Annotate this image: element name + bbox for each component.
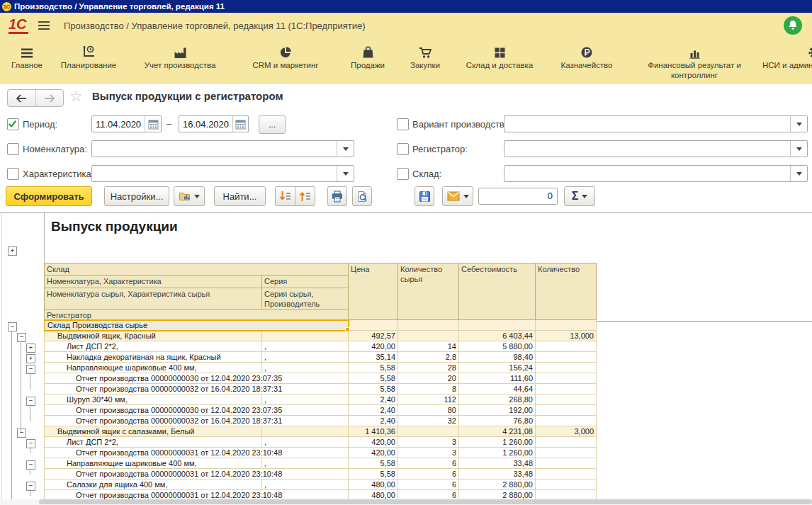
row-3-name-cell[interactable]: Лист ДСП 2*2, [44, 341, 262, 352]
filter-field-characteristic-dropdown-button[interactable] [337, 166, 354, 181]
row-16-qty-cell[interactable] [536, 480, 597, 490]
row-9-cost-cell[interactable]: 192,00 [459, 405, 536, 416]
filter-field-nomenclature[interactable] [91, 140, 354, 157]
row-10-qty-cell[interactable] [536, 416, 597, 426]
row-8-name-cell[interactable]: Шуруп 30*40 мм, [44, 395, 262, 405]
back-button[interactable] [8, 90, 35, 106]
settings-button[interactable]: Настройки... [104, 186, 169, 206]
row-11-price-cell[interactable]: 1 410,36 [349, 426, 398, 437]
row-10-raw_qty-cell[interactable]: 32 [398, 416, 459, 426]
row-4-cost-cell[interactable]: 98,40 [459, 352, 536, 363]
row-8-raw_qty-cell[interactable]: 112 [398, 395, 459, 405]
row-2-expander[interactable]: − [17, 333, 26, 342]
row-8-qty-cell[interactable] [536, 395, 597, 405]
ribbon-item-8[interactable]: Казначейство [546, 39, 628, 83]
row-1-price-cell[interactable] [349, 320, 398, 331]
filter-checkbox-characteristic[interactable] [7, 168, 19, 180]
row-3-cost-cell[interactable]: 5 880,00 [459, 341, 536, 352]
row-14-name-cell[interactable]: Направляющие шариковые 400 мм, [44, 458, 262, 469]
filter-field-registrar[interactable] [504, 140, 808, 157]
ribbon-item-5[interactable]: Продажи [339, 39, 397, 83]
row-3-price-cell[interactable]: 420,00 [349, 341, 398, 352]
row-5-expander[interactable]: − [26, 365, 35, 374]
forward-button[interactable] [35, 90, 64, 106]
row-7-raw_qty-cell[interactable]: 8 [398, 384, 459, 395]
row-17-name-cell[interactable]: Отчет производства 00000000031 от 12.04.… [44, 490, 349, 499]
row-6-name-cell[interactable]: Отчет производства 00000000030 от 12.04.… [44, 373, 349, 384]
mail-button[interactable] [442, 186, 473, 206]
row-13-qty-cell[interactable] [536, 448, 597, 458]
row-8-price-cell[interactable]: 2,40 [349, 395, 398, 405]
ribbon-item-7[interactable]: Склад и доставка [453, 39, 546, 83]
ribbon-item-10[interactable]: НСИ и администрирование [761, 39, 812, 83]
row-2-raw_qty-cell[interactable] [398, 331, 459, 341]
row-8-cost-cell[interactable]: 268,80 [459, 395, 536, 405]
filter-checkbox-production-variant[interactable] [397, 118, 409, 130]
row-1-cost-cell[interactable] [459, 320, 536, 331]
row-16-expander[interactable]: − [26, 482, 35, 491]
period-to-field[interactable]: 16.04.2020 [179, 115, 249, 132]
row-17-raw_qty-cell[interactable]: 6 [398, 490, 459, 499]
row-3-raw_qty-cell[interactable]: 14 [398, 341, 459, 352]
row-5-series-cell[interactable]: , [262, 363, 349, 373]
row-15-qty-cell[interactable] [536, 469, 597, 480]
row-7-price-cell[interactable]: 5,58 [349, 384, 398, 395]
row-3-series-cell[interactable]: , [262, 341, 349, 352]
row-7-cost-cell[interactable]: 44,64 [459, 384, 536, 395]
counter-field[interactable]: 0 [478, 188, 558, 205]
row-16-series-cell[interactable]: , [262, 480, 349, 490]
row-10-name-cell[interactable]: Отчет производства 00000000032 от 16.04.… [44, 416, 349, 426]
row-14-price-cell[interactable]: 5,58 [349, 458, 398, 469]
filter-checkbox-nomenclature[interactable] [7, 143, 19, 155]
row-4-expander[interactable]: + [26, 354, 35, 363]
ribbon-item-2[interactable]: Планирование [50, 39, 128, 83]
row-9-qty-cell[interactable] [536, 405, 597, 416]
collapse-groups-button[interactable] [295, 186, 315, 206]
row-4-raw_qty-cell[interactable]: 2,8 [398, 352, 459, 363]
row-2-cost-cell[interactable]: 6 403,44 [459, 331, 536, 341]
row-14-expander[interactable]: − [26, 460, 35, 470]
row-16-name-cell[interactable]: Салазки для ящика 400 мм, [44, 480, 262, 490]
row-11-series-cell[interactable] [262, 426, 349, 437]
row-2-series-cell[interactable] [262, 331, 349, 341]
row-7-qty-cell[interactable] [536, 384, 597, 395]
row-1-expander[interactable]: − [8, 322, 17, 331]
row-6-price-cell[interactable]: 5,58 [349, 373, 398, 384]
row-15-name-cell[interactable]: Отчет производства 00000000031 от 12.04.… [44, 469, 349, 480]
print-button[interactable] [327, 186, 347, 206]
row-14-series-cell[interactable]: , [262, 458, 349, 469]
row-10-cost-cell[interactable]: 76,80 [459, 416, 536, 426]
row-5-raw_qty-cell[interactable]: 28 [398, 363, 459, 373]
row-7-name-cell[interactable]: Отчет производства 00000000032 от 16.04.… [44, 384, 349, 395]
row-9-name-cell[interactable]: Отчет производства 00000000030 от 12.04.… [44, 405, 349, 416]
row-4-name-cell[interactable]: Накладка декоративная на ящик, Красный [44, 352, 262, 363]
favorite-star-icon[interactable]: ☆ [69, 88, 83, 105]
row-10-price-cell[interactable]: 2,40 [349, 416, 398, 426]
generate-button[interactable]: Сформировать [6, 186, 92, 206]
row-3-expander[interactable]: + [26, 344, 35, 353]
ribbon-item-6[interactable]: Закупки [397, 39, 453, 83]
row-8-series-cell[interactable]: , [262, 395, 349, 405]
row-17-price-cell[interactable]: 480,00 [349, 490, 398, 499]
filter-checkbox-registrar[interactable] [397, 143, 409, 155]
row-5-qty-cell[interactable] [536, 363, 597, 373]
row-14-cost-cell[interactable]: 33,48 [459, 458, 536, 469]
row-12-qty-cell[interactable] [536, 437, 597, 448]
row-11-qty-cell[interactable]: 3,000 [536, 426, 597, 437]
filter-field-registrar-dropdown-button[interactable] [790, 141, 807, 157]
filter-checkbox-warehouse[interactable] [397, 168, 409, 180]
preview-button[interactable] [352, 186, 372, 206]
expand-groups-button[interactable] [275, 186, 295, 206]
row-11-expander[interactable]: − [17, 429, 26, 438]
row-16-cost-cell[interactable]: 2 880,00 [459, 480, 536, 490]
row-12-raw_qty-cell[interactable]: 3 [398, 437, 459, 448]
hamburger-icon[interactable] [37, 19, 51, 32]
row-1-raw_qty-cell[interactable] [398, 320, 459, 331]
row-2-name-cell[interactable]: Выдвижной ящик, Красный [44, 331, 262, 341]
filter-field-warehouse[interactable] [504, 165, 808, 182]
notifications-button[interactable] [784, 16, 802, 35]
row-16-price-cell[interactable]: 480,00 [349, 480, 398, 490]
period-from-field-calendar-button[interactable] [145, 116, 161, 132]
filter-field-characteristic[interactable] [91, 165, 354, 182]
sum-button[interactable]: Σ [564, 186, 595, 206]
